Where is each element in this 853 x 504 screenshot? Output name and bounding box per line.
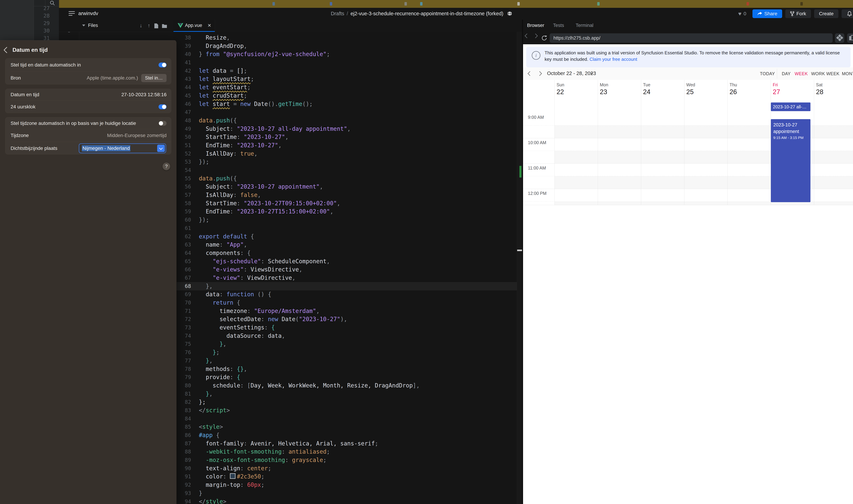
code-line[interactable]: let crudStart; (199, 91, 420, 100)
code-line[interactable]: eventSettings: { (199, 323, 420, 332)
auto-timezone-toggle[interactable] (159, 121, 166, 126)
day-number[interactable]: 27 (773, 88, 780, 96)
code-line[interactable]: methods: {}, (199, 365, 420, 373)
code-line[interactable]: data.push({ (199, 174, 420, 183)
day-number[interactable]: 23 (600, 88, 607, 96)
today-button[interactable]: TODAY (760, 71, 775, 76)
code-line[interactable]: #app { (199, 431, 420, 439)
day-number[interactable]: 22 (557, 88, 564, 96)
scrollbar-thumb[interactable] (517, 250, 522, 251)
code-line[interactable]: EndTime: "2023-10-27T15:15:00+02:00", (199, 208, 420, 216)
sort-up-icon[interactable]: ↑ (148, 22, 150, 29)
code-line[interactable]: components: { (199, 249, 420, 257)
code-line[interactable]: EndTime: "2023-10-27", (199, 141, 420, 149)
code-line[interactable]: }, (199, 357, 420, 365)
code-line[interactable]: selectedDate: new Date("2023-10-27"), (199, 315, 420, 323)
like-heart-icon[interactable]: ♥ (738, 11, 742, 17)
code-line[interactable]: }; (199, 348, 420, 357)
date-range-label[interactable]: October 22 - 28, 2023 (547, 71, 596, 76)
code-line[interactable]: "ejs-schedule": ScheduleComponent, (199, 257, 420, 266)
forward-icon[interactable] (534, 34, 537, 38)
code-line[interactable]: IsAllDay: true, (199, 149, 420, 158)
url-input[interactable]: https://zlh275.csb.app/ (550, 33, 833, 43)
code-line[interactable]: } from "@syncfusion/ej2-vue-schedule"; (199, 50, 420, 58)
back-icon[interactable] (525, 34, 529, 38)
date-caret-icon[interactable] (591, 73, 593, 74)
day-number[interactable]: 28 (816, 88, 823, 96)
day-number[interactable]: 26 (729, 88, 737, 96)
appointment-event[interactable]: 2023-10-27 appointment 9:15 AM - 3:15 PM (771, 119, 811, 202)
nearest-place-select[interactable]: Nijmegen - Nederland (79, 144, 165, 152)
code-line[interactable]: let layoutStart; (199, 75, 420, 83)
code-line[interactable]: font-family: Avenir, Helvetica, Arial, s… (199, 439, 420, 448)
day-number[interactable]: 25 (686, 88, 694, 96)
set-source-button[interactable]: Stel in… (141, 74, 166, 82)
preview-tab-terminal[interactable]: Terminal (576, 23, 593, 28)
code-line[interactable]: </script> (199, 406, 420, 415)
all-day-event[interactable]: 2023-10-27 all-day appointment (771, 103, 811, 111)
clock24-toggle[interactable] (159, 104, 166, 109)
view-week[interactable]: WEEK (795, 71, 808, 76)
code-line[interactable]: </style> (199, 498, 420, 504)
code-line[interactable]: "e-views": ViewsDirective, (199, 265, 420, 274)
code-line[interactable] (199, 166, 420, 174)
claim-account-link[interactable]: Claim your free account (589, 57, 637, 62)
code-line[interactable]: }); (199, 158, 420, 166)
code-line[interactable]: dataSource: data, (199, 332, 420, 340)
code-line[interactable]: Resize, (199, 34, 420, 42)
sort-down-icon[interactable]: ↓ (140, 22, 142, 29)
code-line[interactable]: data.push({ (199, 116, 420, 125)
code-line[interactable]: <style> (199, 423, 420, 431)
code-line[interactable]: text-align: center; (199, 464, 420, 472)
day-number[interactable]: 24 (643, 88, 650, 96)
code-line[interactable]: name: "App", (199, 240, 420, 249)
preview-tab-browser[interactable]: Browser (527, 23, 544, 28)
view-month[interactable]: MONTH (842, 71, 853, 76)
code-line[interactable]: let start = new Date().getTime(); (199, 100, 420, 108)
code-content[interactable]: Resize, DragAndDrop,} from "@syncfusion/… (199, 34, 420, 504)
code-line[interactable] (199, 58, 420, 67)
workspace-name[interactable]: arwinvdv (78, 11, 98, 16)
code-line[interactable] (199, 415, 420, 423)
code-line[interactable]: export default { (199, 232, 420, 241)
code-line[interactable]: Subject: "2023-10-27 all-day appointment… (199, 125, 420, 133)
help-button[interactable]: ? (163, 163, 170, 170)
code-line[interactable]: -moz-osx-font-smoothing: grayscale; (199, 456, 420, 464)
view-workweek[interactable]: WORK WEEK (811, 71, 839, 76)
project-title[interactable]: ej2-vue-3-schedule-recurrence-appointmen… (350, 11, 503, 17)
code-line[interactable]: IsAllDay: false, (199, 191, 420, 199)
code-line[interactable]: let data = []; (199, 67, 420, 75)
code-line[interactable]: -webkit-font-smoothing: antialiased; (199, 448, 420, 456)
open-in-new-window-icon[interactable] (847, 33, 853, 43)
prev-week-icon[interactable] (528, 72, 531, 76)
code-line[interactable]: }, (199, 340, 420, 348)
code-editor[interactable]: 3839404142434445464748495051525354555657… (174, 32, 522, 504)
menu-icon[interactable] (69, 11, 75, 16)
code-line[interactable]: }); (199, 216, 420, 224)
code-line[interactable]: "e-view": ViewDirective, (199, 274, 420, 282)
create-button[interactable]: Create (814, 10, 838, 18)
share-button[interactable]: Share (752, 10, 782, 18)
code-line[interactable]: } (199, 489, 420, 498)
code-line[interactable] (199, 108, 420, 116)
search-icon[interactable] (50, 0, 55, 5)
new-folder-icon[interactable] (162, 23, 167, 28)
code-line[interactable]: }, (199, 282, 420, 290)
code-line[interactable]: timezone: "Europe/Amsterdam", (199, 307, 420, 315)
code-line[interactable]: provide: { (199, 373, 420, 381)
code-line[interactable]: schedule: [Day, Week, WorkWeek, Month, R… (199, 381, 420, 390)
new-file-icon[interactable] (154, 23, 159, 29)
preview-tab-tests[interactable]: Tests (553, 23, 564, 28)
responsive-mode-icon[interactable] (835, 33, 844, 43)
code-line[interactable]: DragAndDrop, (199, 42, 420, 50)
editor-scrollbar[interactable] (517, 32, 522, 504)
fork-button[interactable]: Fork (785, 10, 811, 18)
code-line[interactable]: }, (199, 390, 420, 398)
code-line[interactable]: StartTime: "2023-10-27", (199, 133, 420, 141)
code-line[interactable]: Subject: "2023-10-27 appointment", (199, 182, 420, 191)
refresh-icon[interactable] (541, 35, 547, 41)
code-line[interactable]: color: #2c3e50; (199, 472, 420, 481)
code-line[interactable] (199, 224, 420, 232)
time-grid[interactable]: 9:00 AM10:00 AM11:00 AM12:00 PM 2023-10-… (523, 113, 853, 205)
collapse-caret-icon[interactable] (82, 24, 85, 26)
